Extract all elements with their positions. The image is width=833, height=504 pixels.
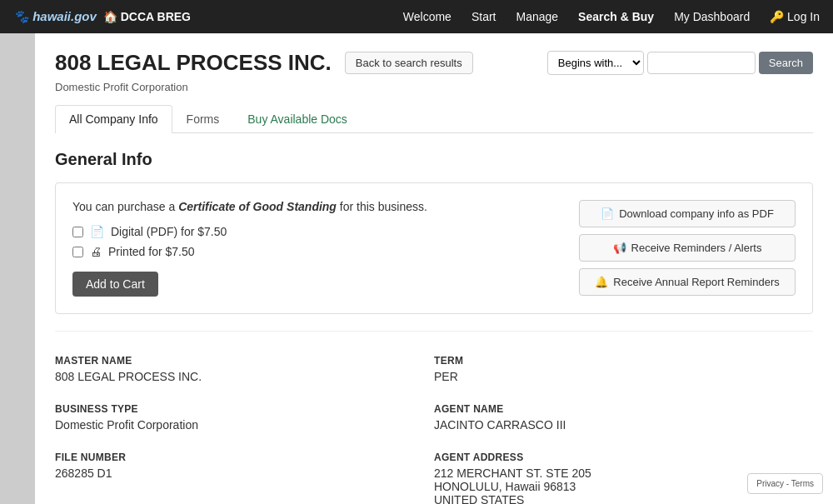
business-type-label: BUSINESS TYPE <box>55 403 414 415</box>
file-number-value: 268285 D1 <box>55 467 414 480</box>
login-button[interactable]: 🔑 Log In <box>770 10 820 23</box>
printer-icon: 🖨 <box>90 245 102 258</box>
page-header: 808 LEGAL PROCESS INC. Back to search re… <box>55 50 813 76</box>
purchase-description: You can purchase a Certificate of Good S… <box>72 200 562 213</box>
tab-buy-available-docs[interactable]: Buy Available Docs <box>233 105 362 132</box>
term-cell: TERM PER <box>434 345 813 393</box>
logo-area[interactable]: 🐾 hawaii.gov 🏠 DCCA BREG <box>13 9 191 24</box>
purchase-box: You can purchase a Certificate of Good S… <box>55 182 813 314</box>
top-navigation: 🐾 hawaii.gov 🏠 DCCA BREG Welcome Start M… <box>0 0 833 33</box>
nav-search-buy[interactable]: Search & Buy <box>578 10 654 23</box>
agent-address-label: AGENT ADDRESS <box>434 452 793 463</box>
download-company-pdf-button[interactable]: 📄 Download company info as PDF <box>579 200 796 227</box>
search-type-dropdown[interactable]: Begins with... <box>547 51 644 75</box>
agent-address-value: 212 MERCHANT ST. STE 205 HONOLULU, Hawai… <box>434 467 793 504</box>
printed-label: Printed for $7.50 <box>108 245 195 258</box>
master-name-label: MASTER NAME <box>55 355 414 367</box>
megaphone-icon: 📢 <box>613 242 626 254</box>
search-section: Begins with... Search <box>547 51 813 75</box>
agent-name-value: JACINTO CARRASCO III <box>434 418 793 432</box>
business-type-value: Domestic Profit Corporation <box>55 418 414 432</box>
hawaii-logo[interactable]: 🐾 hawaii.gov <box>13 9 97 24</box>
agent-name-cell: AGENT NAME JACINTO CARRASCO III <box>434 393 813 442</box>
agent-name-label: AGENT NAME <box>434 403 793 415</box>
receive-reminders-button[interactable]: 📢 Receive Reminders / Alerts <box>579 234 796 262</box>
page-title: 808 LEGAL PROCESS INC. <box>55 50 332 76</box>
add-to-cart-button[interactable]: Add to Cart <box>72 272 158 297</box>
dcca-logo[interactable]: 🏠 DCCA BREG <box>103 10 191 23</box>
printed-checkbox[interactable] <box>72 247 83 257</box>
digital-pdf-checkbox[interactable] <box>72 227 83 237</box>
business-type-cell: BUSINESS TYPE Domestic Profit Corporatio… <box>55 393 434 442</box>
sidebar-background <box>0 33 35 504</box>
purchase-right: 📄 Download company info as PDF 📢 Receive… <box>579 200 796 297</box>
digital-pdf-label: Digital (PDF) for $7.50 <box>111 225 227 238</box>
annual-report-reminders-button[interactable]: 🔔 Receive Annual Report Reminders <box>579 268 796 296</box>
company-info-grid: MASTER NAME 808 LEGAL PROCESS INC. TERM … <box>55 331 813 504</box>
bell-icon: 🔔 <box>595 276 608 288</box>
paw-icon: 🐾 <box>13 9 29 23</box>
tab-all-company-info[interactable]: All Company Info <box>55 105 172 133</box>
nav-manage[interactable]: Manage <box>516 10 558 23</box>
tab-forms[interactable]: Forms <box>172 105 234 132</box>
company-subtitle: Domestic Profit Corporation <box>55 81 813 93</box>
section-title: General Info <box>55 150 813 169</box>
master-name-cell: MASTER NAME 808 LEGAL PROCESS INC. <box>55 345 434 393</box>
nav-start[interactable]: Start <box>471 10 496 23</box>
digital-pdf-option: 📄 Digital (PDF) for $7.50 <box>72 225 562 238</box>
term-label: TERM <box>434 355 793 367</box>
main-wrapper: 808 LEGAL PROCESS INC. Back to search re… <box>0 33 833 504</box>
printed-option: 🖨 Printed for $7.50 <box>72 245 562 258</box>
nav-dashboard[interactable]: My Dashboard <box>674 10 750 23</box>
search-button[interactable]: Search <box>759 52 813 74</box>
nav-welcome[interactable]: Welcome <box>403 10 451 23</box>
pdf-icon: 📄 <box>90 225 104 238</box>
nav-links: Welcome Start Manage Search & Buy My Das… <box>403 10 820 23</box>
term-value: PER <box>434 370 793 383</box>
purchase-left: You can purchase a Certificate of Good S… <box>72 200 562 297</box>
privacy-badge[interactable]: Privacy - Terms <box>747 473 823 494</box>
file-number-label: FILE NUMBER <box>55 452 414 463</box>
search-input[interactable] <box>647 52 756 74</box>
tabs-container: All Company Info Forms Buy Available Doc… <box>55 105 813 133</box>
content-area: 808 LEGAL PROCESS INC. Back to search re… <box>35 33 833 504</box>
download-icon: 📄 <box>601 207 614 220</box>
back-to-search-button[interactable]: Back to search results <box>345 52 473 74</box>
master-name-value: 808 LEGAL PROCESS INC. <box>55 370 414 383</box>
file-number-cell: FILE NUMBER 268285 D1 <box>55 442 434 504</box>
